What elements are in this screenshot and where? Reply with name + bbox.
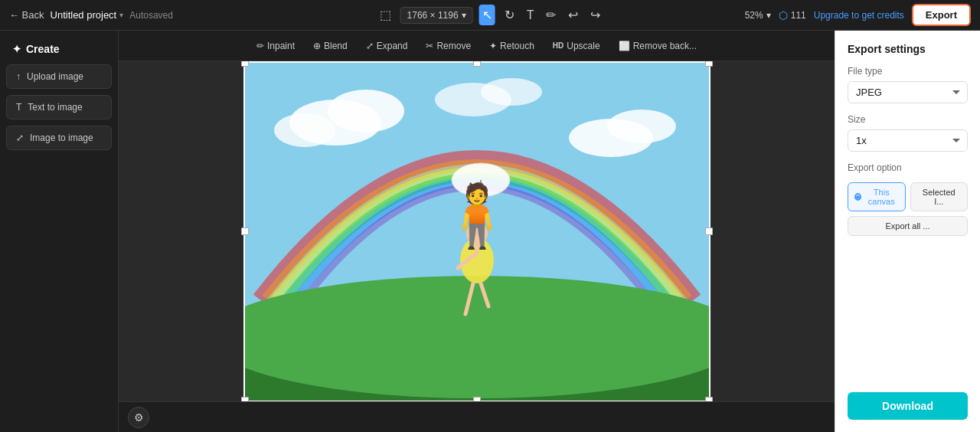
retouch-label: Retouch [500, 41, 534, 51]
export-option-group: Export option This canvas Selected I... … [848, 162, 968, 236]
canvas-size-chevron: ▾ [462, 10, 466, 21]
image-toolbar: ✏ Inpaint ⊕ Blend ⤢ Expand ✂ Remove ✦ Re… [119, 31, 835, 61]
svg-point-3 [274, 113, 335, 147]
project-name-dropdown[interactable]: Untitled project ▾ [51, 9, 124, 21]
sidebar: ✦ Create ↑ Upload image T Text to image … [0, 31, 119, 432]
blend-button[interactable]: ⊕ Blend [305, 37, 355, 55]
export-option-row: This canvas Selected I... [848, 182, 968, 211]
remove-bg-label: Remove back... [633, 41, 697, 51]
size-field: Size 1x 2x 3x 4x [848, 114, 968, 152]
svg-rect-9 [243, 337, 710, 402]
export-panel-title: Export settings [848, 43, 968, 55]
topbar-left: ← Back Untitled project ▾ Autosaved [9, 9, 173, 21]
svg-point-4 [569, 119, 653, 157]
credits-icon: ⬡ [779, 9, 788, 21]
topbar-right: 52% ▾ ⬡ 111 Upgrade to get credits Expor… [745, 4, 971, 26]
zoom-level-label: 52% [745, 10, 763, 21]
back-button[interactable]: ← Back [9, 9, 44, 21]
upscale-label: Upscale [567, 41, 599, 51]
remove-button[interactable]: ✂ Remove [418, 37, 479, 55]
autosaved-label: Autosaved [129, 10, 173, 21]
file-type-field: File type JPEG PNG WEBP PDF [848, 66, 968, 103]
svg-line-16 [458, 253, 477, 268]
download-button[interactable]: Download [848, 392, 968, 420]
size-select[interactable]: 1x 2x 3x 4x [848, 129, 968, 152]
project-chevron-icon: ▾ [119, 11, 123, 19]
frame-tool-button[interactable]: ⬚ [377, 5, 394, 25]
svg-point-2 [328, 90, 404, 133]
expand-label: Expand [377, 41, 408, 51]
rainbow-svg [243, 61, 710, 401]
svg-point-13 [460, 237, 494, 283]
upload-icon: ↑ [16, 71, 21, 82]
image-to-image-button[interactable]: ⤢ Image to image [6, 126, 112, 150]
size-label: Size [848, 114, 968, 125]
inpaint-icon: ✏ [256, 41, 264, 51]
canvas-image[interactable] [243, 61, 710, 401]
svg-line-17 [466, 283, 473, 314]
svg-point-11 [452, 163, 510, 197]
export-all-button[interactable]: Export all ... [848, 216, 968, 236]
this-canvas-label: This canvas [864, 188, 899, 206]
file-type-select[interactable]: JPEG PNG WEBP PDF [848, 81, 968, 103]
retouch-icon: ✦ [489, 41, 497, 51]
this-canvas-radio [854, 193, 861, 201]
bottombar: ⚙ [119, 401, 835, 432]
main-area: ✦ Create ↑ Upload image T Text to image … [0, 31, 980, 432]
text-to-image-label: Text to image [28, 102, 82, 113]
image-to-image-icon: ⤢ [16, 133, 24, 143]
upscale-icon: HD [553, 41, 564, 50]
remove-label: Remove [436, 41, 471, 51]
image-to-image-label: Image to image [30, 133, 93, 143]
topbar: ← Back Untitled project ▾ Autosaved ⬚ 17… [0, 0, 980, 31]
topbar-center: ⬚ 1766 × 1196 ▾ ↖ ↻ T ✏ ↩ ↪ [377, 5, 604, 25]
create-icon: ✦ [12, 43, 21, 55]
remove-bg-button[interactable]: ⬜ Remove back... [611, 37, 704, 55]
canvas-size-label: 1766 × 1196 [407, 10, 459, 21]
select-tool-button[interactable]: ↖ [479, 5, 495, 25]
canvas-area[interactable]: ↻ [119, 61, 835, 401]
project-name-label: Untitled project [51, 9, 117, 21]
export-button[interactable]: Export [912, 4, 971, 26]
svg-point-5 [607, 110, 676, 143]
settings-icon: ⚙ [134, 411, 144, 424]
redo-button[interactable]: ↪ [587, 5, 603, 25]
export-panel: Export settings File type JPEG PNG WEBP … [835, 31, 980, 432]
remove-bg-icon: ⬜ [619, 41, 630, 51]
pen-tool-button[interactable]: ✏ [543, 5, 559, 25]
upload-image-button[interactable]: ↑ Upload image [6, 64, 112, 89]
svg-point-7 [481, 78, 542, 106]
export-option-label: Export option [848, 162, 968, 173]
svg-point-14 [466, 223, 488, 244]
upgrade-button[interactable]: Upgrade to get credits [814, 10, 904, 21]
file-type-label: File type [848, 66, 968, 77]
svg-point-6 [435, 83, 511, 116]
expand-icon: ⤢ [366, 41, 374, 51]
svg-point-1 [289, 100, 381, 146]
undo-button[interactable]: ↩ [565, 5, 581, 25]
inpaint-button[interactable]: ✏ Inpaint [249, 37, 302, 55]
text-to-image-button[interactable]: T Text to image [6, 95, 112, 119]
text-to-image-icon: T [16, 102, 21, 113]
upscale-button[interactable]: HD Upscale [545, 37, 608, 55]
settings-button[interactable]: ⚙ [128, 407, 149, 428]
blend-label: Blend [324, 41, 348, 51]
credits-badge: ⬡ 111 [779, 9, 806, 21]
text-tool-button[interactable]: T [524, 5, 537, 25]
create-label: Create [26, 43, 60, 55]
blend-icon: ⊕ [313, 41, 321, 51]
this-canvas-button[interactable]: This canvas [848, 182, 906, 211]
svg-line-18 [481, 283, 488, 306]
expand-button[interactable]: ⤢ Expand [358, 37, 416, 55]
zoom-chevron-icon: ▾ [766, 10, 771, 21]
retouch-button[interactable]: ✦ Retouch [482, 37, 542, 55]
rotate-tool-button[interactable]: ↻ [501, 5, 518, 25]
canvas-size-button[interactable]: 1766 × 1196 ▾ [400, 7, 473, 24]
zoom-button[interactable]: 52% ▾ [745, 10, 771, 21]
svg-line-15 [477, 214, 481, 249]
canvas-column: ✏ Inpaint ⊕ Blend ⤢ Expand ✂ Remove ✦ Re… [119, 31, 835, 432]
selected-button[interactable]: Selected I... [910, 182, 969, 211]
svg-point-8 [243, 291, 710, 402]
upload-label: Upload image [27, 71, 83, 82]
svg-rect-0 [243, 61, 710, 401]
